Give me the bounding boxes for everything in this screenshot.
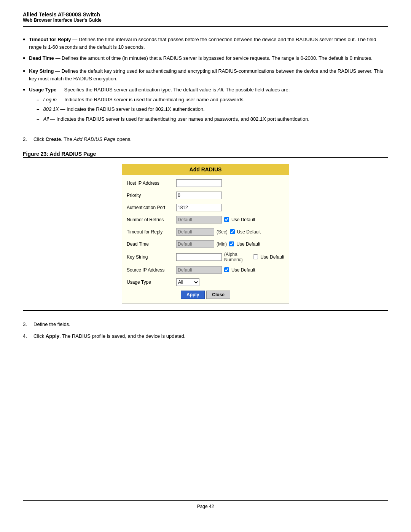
sub-bullet-login: – Log in — Indicates the RADIUS server i… [37, 96, 309, 104]
form-row-retries: Number of Retries Use Default [127, 215, 284, 224]
bullet-label-usagetype: Usage Type [29, 87, 56, 93]
form-row-usage-type: Usage Type All Log in 802.1X [127, 278, 284, 287]
sub-dash-2: – [37, 105, 39, 113]
bullet-deadtime: • Dead Time — Defines the amount of time… [23, 54, 388, 64]
figure-title: Figure 23: Add RADIUS Page [23, 151, 388, 157]
bullet-label-keystring: Key String [29, 68, 54, 74]
bullet-list: • Timeout for Reply — Defines the time i… [23, 36, 388, 129]
form-row-source-ip: Source IP Address Use Default [127, 265, 284, 275]
label-auth-port: Authentication Port [127, 205, 176, 210]
sub-dash-1: – [37, 96, 39, 104]
bullet-keystring: • Key String — Defines the default key s… [23, 67, 388, 82]
form-row-host-ip: Host IP Address [127, 179, 284, 188]
checkbox-key-string[interactable] [253, 254, 258, 259]
numbered-item-2: 2. Click Create. The Add RADIUS Page ope… [23, 136, 388, 143]
form-row-timeout: Timeout for Reply (Sec) Use Default [127, 227, 284, 236]
checkbox-retries[interactable] [224, 217, 229, 222]
label-priority: Priority [127, 193, 176, 198]
bullet-label-deadtime: Dead Time [29, 55, 54, 61]
form-row-priority: Priority [127, 191, 284, 200]
hint-timeout: (Sec) [217, 229, 228, 235]
input-key-string[interactable] [176, 253, 222, 261]
bullet-label-timeout: Timeout for Reply [29, 37, 71, 42]
page-footer: Page 42 [23, 500, 388, 509]
checkbox-source-ip[interactable] [224, 267, 229, 272]
select-usage-type[interactable]: All Log in 802.1X [176, 278, 199, 286]
add-radius-box: Add RADIUS Host IP Address Priority Auth… [122, 164, 289, 304]
label-timeout: Timeout for Reply [127, 229, 176, 235]
label-usage-type: Usage Type [127, 280, 176, 285]
checkbox-wrap-source-ip: Use Default [224, 267, 255, 273]
checkbox-wrap-timeout: Use Default [230, 229, 261, 235]
close-button[interactable]: Close [206, 291, 230, 299]
sub-bullet-8021x: – 802.1X — Indicates the RADIUS server i… [37, 105, 309, 113]
sub-bullet-all: – All — Indicates the RADIUS server is u… [37, 115, 309, 123]
label-source-ip: Source IP Address [127, 267, 176, 273]
checkbox-label-source-ip: Use Default [231, 267, 255, 273]
button-row: Apply Close [127, 291, 284, 299]
label-dead-time: Dead Time [127, 241, 176, 247]
bullet-text-deadtime: — Defines the amount of time (in minutes… [55, 55, 372, 61]
num-4: 4. [23, 332, 33, 340]
input-priority[interactable] [176, 192, 222, 199]
bullet-timeout: • Timeout for Reply — Defines the time i… [23, 36, 388, 51]
text-item-3: Define the fields. [33, 321, 70, 328]
header-title: Allied Telesis AT-8000S Switch [23, 11, 388, 18]
add-radius-header: Add RADIUS [122, 164, 289, 175]
bullet-dot-2: • [23, 53, 25, 64]
post-figure-items: 3. Define the fields. 4. Click Apply. Th… [23, 321, 388, 345]
sub-dash-3: – [37, 115, 39, 123]
checkbox-dead-time[interactable] [229, 241, 234, 246]
bullet-usagetype: • Usage Type — Specifies the RADIUS serv… [23, 86, 388, 125]
form-body: Host IP Address Priority Authentication … [122, 179, 289, 299]
form-row-key-string: Key String (Alpha Numeric) Use Default [127, 252, 284, 262]
input-auth-port[interactable] [176, 204, 222, 211]
input-retries [176, 216, 222, 224]
numbered-item-3: 3. Define the fields. [23, 321, 388, 328]
checkbox-timeout[interactable] [230, 229, 235, 234]
hint-dead-time: (Min) [217, 241, 227, 247]
page-number: Page 42 [197, 504, 214, 509]
bullet-dot-4: • [23, 85, 25, 95]
figure-container: Add RADIUS Host IP Address Priority Auth… [23, 157, 388, 311]
num-3: 3. [23, 321, 33, 328]
hint-key-string: (Alpha Numeric) [224, 252, 251, 262]
bullet-text-usagetype: — Specifies the RADIUS server authentica… [58, 87, 290, 93]
label-retries: Number of Retries [127, 217, 176, 222]
sub-bullet-list: – Log in — Indicates the RADIUS server i… [37, 96, 309, 123]
form-row-auth-port: Authentication Port [127, 203, 284, 212]
input-source-ip [176, 266, 222, 274]
label-key-string: Key String [127, 254, 176, 260]
checkbox-label-dead-time: Use Default [236, 241, 260, 247]
label-host-ip: Host IP Address [127, 181, 176, 186]
bullet-text-keystring: — Defines the default key string used fo… [29, 68, 383, 81]
checkbox-wrap-key-string: Use Default [253, 254, 284, 260]
checkbox-label-timeout: Use Default [237, 229, 261, 235]
form-row-dead-time: Dead Time (Min) Use Default [127, 240, 284, 249]
checkbox-wrap-retries: Use Default [224, 217, 255, 222]
bullet-text-timeout: — Defines the time interval in seconds t… [29, 37, 376, 50]
apply-button[interactable]: Apply [181, 291, 205, 299]
checkbox-wrap-dead-time: Use Default [229, 241, 260, 247]
numbered-item-4: 4. Click Apply. The RADIUS profile is sa… [23, 332, 388, 340]
bullet-dot-3: • [23, 66, 25, 77]
checkbox-label-key-string: Use Default [260, 254, 284, 260]
checkbox-label-retries: Use Default [231, 217, 255, 222]
header-subtitle: Web Browser Interface User's Guide [23, 18, 388, 23]
input-host-ip[interactable] [176, 179, 222, 187]
bullet-dot: • [23, 35, 25, 45]
page-header: Allied Telesis AT-8000S Switch Web Brows… [23, 11, 388, 27]
input-timeout [176, 228, 214, 236]
input-dead-time [176, 240, 214, 248]
num-2: 2. [23, 136, 33, 143]
